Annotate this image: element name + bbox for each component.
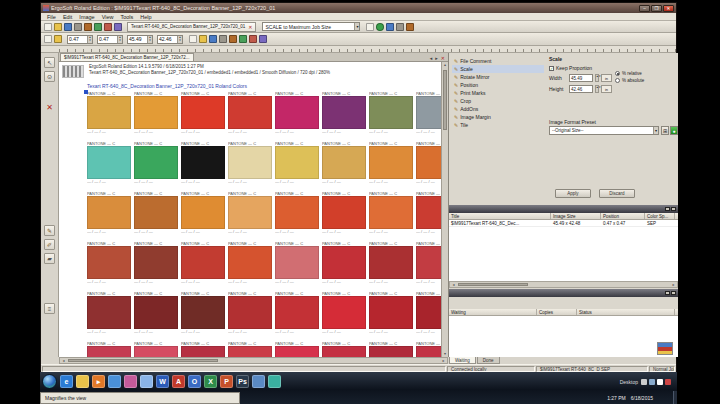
canvas[interactable]: ErgoSoft Roland Edition 14.1.9.5790 / 6/… — [59, 62, 441, 357]
panel-option-tile[interactable]: ✎Tile — [452, 121, 544, 129]
tab-done[interactable]: Done — [477, 357, 500, 364]
show-desktop-button[interactable] — [673, 391, 677, 404]
close-button[interactable]: ✕ — [663, 5, 674, 12]
panel-option-scale[interactable]: ✎Scale — [452, 65, 544, 73]
color-swatch[interactable]: PANTONE — C— / — / — — [275, 341, 319, 357]
panel-option-image-margin[interactable]: ✎Image Margin — [452, 113, 544, 121]
color-swatch[interactable]: PANTONE — C— / — / — — [369, 141, 413, 184]
explorer-folder-icon[interactable] — [76, 375, 89, 388]
scroll-left-icon[interactable]: ◂ — [450, 282, 457, 287]
zoom-in-icon[interactable] — [189, 35, 197, 43]
pause-icon[interactable] — [386, 23, 394, 31]
outlook-icon[interactable]: O — [188, 375, 201, 388]
absolute-radio[interactable]: % absolute — [615, 78, 644, 83]
powerpoint-icon[interactable]: P — [220, 375, 233, 388]
color-swatch[interactable]: PANTONE — C— / — / — — [87, 191, 131, 234]
width-spinner[interactable]: ▲▼ — [595, 74, 599, 82]
jobs-column-header[interactable]: Color Sp... — [645, 213, 675, 219]
paste-icon[interactable] — [104, 23, 112, 31]
job-row[interactable]: $IM9917Texart RT-640_8C_Dec...45.49 x 42… — [449, 220, 678, 227]
print-icon[interactable] — [74, 23, 82, 31]
color-swatch[interactable]: PANTONE — C— / — / — — [87, 291, 131, 334]
select-arrow-icon[interactable] — [44, 35, 52, 43]
width-unit[interactable]: in — [601, 74, 612, 82]
menu-file[interactable]: File — [47, 14, 56, 20]
color-swatch[interactable]: PANTONE — C— / — / — — [416, 341, 441, 357]
brush-tool-icon[interactable]: ▰ — [44, 253, 55, 264]
color-swatch[interactable]: PANTONE — C— / — / — — [369, 241, 413, 284]
zoom-tool-icon[interactable]: ⊙ — [44, 71, 55, 82]
color-swatch[interactable]: PANTONE — C— / — / — — [181, 341, 225, 357]
color-swatch[interactable]: PANTONE — C— / — / — — [181, 141, 225, 184]
color-swatch[interactable]: PANTONE — C— / — / — — [228, 341, 272, 357]
color-swatch[interactable]: PANTONE — C— / — / — — [134, 241, 178, 284]
chevron-down-icon[interactable]: ▾ — [354, 23, 359, 30]
maximize-button[interactable]: ❐ — [651, 5, 662, 12]
color-swatch[interactable]: PANTONE — C— / — / — — [416, 291, 441, 334]
image-format-preset-dropdown[interactable]: --Original Size-- ▾ — [549, 126, 659, 135]
queue-column-header[interactable]: Status — [577, 309, 675, 315]
jobs-column-header[interactable]: Position — [601, 213, 645, 219]
print-queue-icon[interactable] — [657, 342, 673, 355]
color-swatch[interactable]: PANTONE — C— / — / — — [134, 141, 178, 184]
jobs-scroll-thumb[interactable] — [458, 283, 528, 286]
width-field[interactable]: 45.49▲▼ — [127, 35, 153, 44]
position-y-field[interactable]: 0.47▲▼ — [97, 35, 123, 44]
zoom-fit-icon[interactable] — [209, 35, 217, 43]
color-tool-icon[interactable] — [268, 375, 281, 388]
pane-pin-icon[interactable] — [665, 291, 670, 295]
update-tray-icon[interactable] — [641, 379, 647, 385]
radio-on-icon[interactable] — [615, 71, 620, 76]
network-tray-icon[interactable] — [649, 379, 655, 385]
internet-explorer-icon[interactable]: e — [60, 375, 73, 388]
transform-icon[interactable] — [54, 35, 62, 43]
menu-help[interactable]: Help — [140, 14, 151, 20]
vertical-scroll-thumb[interactable] — [443, 70, 447, 130]
pointer-tool-icon[interactable]: ↖ — [44, 57, 55, 68]
job-tab-close-icon[interactable]: ✕ — [248, 24, 252, 30]
color-swatch[interactable]: PANTONE — C— / — / — — [181, 291, 225, 334]
color-swatch[interactable]: PANTONE — C— / — / — — [416, 241, 441, 284]
printer-tray-icon[interactable] — [665, 379, 671, 385]
color-swatch[interactable]: PANTONE — C— / — / — — [416, 141, 441, 184]
color-swatch[interactable]: PANTONE — C— / — / — — [87, 91, 131, 134]
preview-icon[interactable] — [259, 35, 267, 43]
color-swatch[interactable]: PANTONE — C— / — / — — [416, 91, 441, 134]
queue-column-header[interactable]: Waiting — [449, 309, 537, 315]
notepad-icon[interactable] — [140, 375, 153, 388]
height-unit[interactable]: in — [601, 85, 612, 93]
taskbar-clock[interactable]: 1:27 PM 6/18/2015 — [607, 395, 677, 401]
color-swatch[interactable]: PANTONE — C— / — / — — [134, 191, 178, 234]
color-swatch[interactable]: PANTONE — C— / — / — — [228, 291, 272, 334]
vertical-scrollbar[interactable]: ▴ ▾ — [441, 62, 448, 357]
jobs-horizontal-scrollbar[interactable]: ◂ ▸ — [449, 281, 678, 288]
scroll-right-icon[interactable]: ▸ — [440, 358, 447, 363]
color-swatch[interactable]: PANTONE — C— / — / — — [275, 241, 319, 284]
panel-option-file-comment[interactable]: ✎File Comment — [452, 57, 544, 65]
color-swatch[interactable]: PANTONE — C— / — / — — [181, 241, 225, 284]
measure-icon[interactable] — [229, 35, 237, 43]
tab-close-icon[interactable]: ✕ — [441, 55, 445, 61]
volume-tray-icon[interactable] — [657, 379, 663, 385]
color-swatch[interactable]: PANTONE — C— / — / — — [322, 191, 366, 234]
color-swatch[interactable]: PANTONE — C— / — / — — [228, 91, 272, 134]
color-swatch[interactable]: PANTONE — C— / — / — — [87, 341, 131, 357]
close-palette-icon[interactable]: ✕ — [44, 103, 55, 114]
keep-proportion-checkbox[interactable]: ✓ Keep Proportion — [549, 65, 677, 71]
layout-tool-icon[interactable]: ≡ — [44, 303, 55, 314]
color-swatch[interactable]: PANTONE — C— / — / — — [87, 141, 131, 184]
color-swatch[interactable]: PANTONE — C— / — / — — [322, 341, 366, 357]
copy-icon[interactable] — [94, 23, 102, 31]
color-swatch[interactable]: PANTONE — C— / — / — — [87, 241, 131, 284]
color-swatch[interactable]: PANTONE — C— / — / — — [322, 241, 366, 284]
canvas-scroll-thumb[interactable] — [68, 359, 218, 362]
tab-waiting[interactable]: Waiting — [449, 357, 476, 364]
preset-apply-button[interactable]: ● — [670, 126, 678, 135]
color-swatch[interactable]: PANTONE — C— / — / — — [228, 191, 272, 234]
panel-option-print-marks[interactable]: ✎Print Marks — [452, 89, 544, 97]
color-swatch[interactable]: PANTONE — C— / — / — — [228, 241, 272, 284]
go-green-icon[interactable] — [376, 23, 384, 31]
new-document-icon[interactable] — [44, 23, 52, 31]
checkbox-check-icon[interactable]: ✓ — [549, 66, 554, 71]
pane-close-icon[interactable] — [671, 207, 676, 211]
